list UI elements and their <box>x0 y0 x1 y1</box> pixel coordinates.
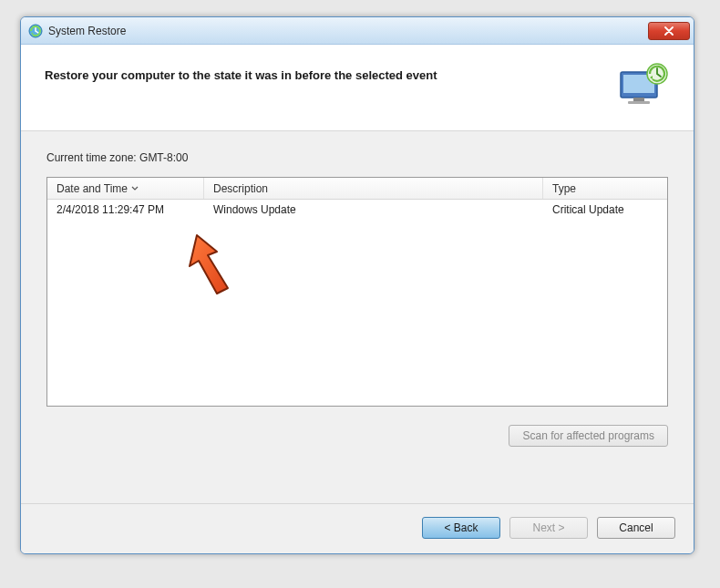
column-header-type[interactable]: Type <box>543 178 667 199</box>
window-title: System Restore <box>48 25 648 37</box>
table-row[interactable]: 2/4/2018 11:29:47 PM Windows Update Crit… <box>47 200 667 220</box>
column-header-datetime[interactable]: Date and Time <box>47 178 204 199</box>
column-label: Date and Time <box>57 182 128 195</box>
footer-buttons: < Back Next > Cancel <box>21 503 694 553</box>
column-label: Description <box>213 182 268 195</box>
scan-row: Scan for affected programs <box>46 425 668 447</box>
system-restore-window: System Restore Restore your computer to … <box>20 16 694 554</box>
body-area: Current time zone: GMT-8:00 Date and Tim… <box>21 131 694 503</box>
cell-type: Critical Update <box>543 203 667 216</box>
header-area: Restore your computer to the state it wa… <box>21 45 694 131</box>
cell-description: Windows Update <box>204 203 543 216</box>
cancel-button[interactable]: Cancel <box>597 517 675 539</box>
page-heading: Restore your computer to the state it wa… <box>45 63 599 82</box>
table-header: Date and Time Description Type <box>47 178 667 200</box>
table-body: 2/4/2018 11:29:47 PM Windows Update Crit… <box>47 200 667 406</box>
cell-datetime: 2/4/2018 11:29:47 PM <box>47 203 204 216</box>
column-header-description[interactable]: Description <box>204 178 543 199</box>
restore-monitor-icon <box>617 63 670 110</box>
svg-rect-4 <box>628 101 650 104</box>
titlebar[interactable]: System Restore <box>21 17 694 45</box>
scan-affected-programs-button[interactable]: Scan for affected programs <box>509 425 668 447</box>
next-button: Next > <box>509 517 588 539</box>
svg-rect-3 <box>633 98 644 101</box>
back-button[interactable]: < Back <box>422 517 500 539</box>
close-icon <box>664 26 674 36</box>
system-restore-icon <box>28 24 43 38</box>
chevron-down-icon <box>131 186 139 191</box>
column-label: Type <box>552 182 576 195</box>
close-button[interactable] <box>648 22 690 40</box>
restore-points-table: Date and Time Description Type 2/4/2018 … <box>46 177 668 407</box>
timezone-label: Current time zone: GMT-8:00 <box>46 151 668 164</box>
